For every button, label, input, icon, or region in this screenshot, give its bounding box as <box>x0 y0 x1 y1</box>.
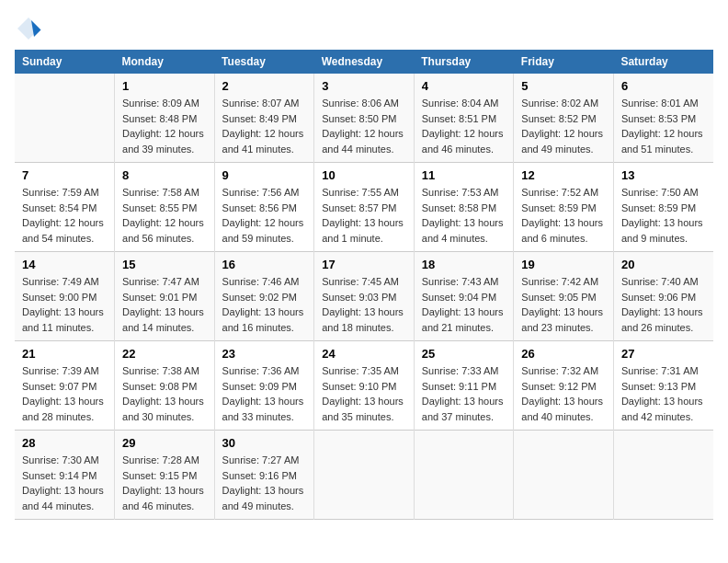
sunset-text: Sunset: 8:52 PM <box>521 111 606 127</box>
calendar-cell: 13 Sunrise: 7:50 AM Sunset: 8:59 PM Dayl… <box>613 163 713 252</box>
sunset-text: Sunset: 8:56 PM <box>222 201 307 216</box>
daylight-text: Daylight: 13 hours and 35 minutes. <box>322 394 406 424</box>
sunset-text: Sunset: 8:58 PM <box>422 201 506 216</box>
day-number: 3 <box>322 79 406 93</box>
daylight-text: Daylight: 12 hours and 49 minutes. <box>521 126 606 156</box>
calendar-cell: 28 Sunrise: 7:30 AM Sunset: 9:14 PM Dayl… <box>15 431 115 520</box>
daylight-text: Daylight: 13 hours and 18 minutes. <box>322 304 406 335</box>
sunrise-text: Sunrise: 7:36 AM <box>222 363 307 379</box>
calendar-cell: 17 Sunrise: 7:45 AM Sunset: 9:03 PM Dayl… <box>314 252 415 341</box>
sunset-text: Sunset: 8:59 PM <box>621 201 706 216</box>
calendar-cell: 29 Sunrise: 7:28 AM Sunset: 9:15 PM Dayl… <box>115 431 215 520</box>
day-number: 29 <box>122 436 207 450</box>
day-info: Sunrise: 7:36 AM Sunset: 9:09 PM Dayligh… <box>222 363 307 424</box>
sunrise-text: Sunrise: 7:50 AM <box>621 185 706 201</box>
daylight-text: Daylight: 12 hours and 46 minutes. <box>422 126 506 156</box>
calendar-cell: 11 Sunrise: 7:53 AM Sunset: 8:58 PM Dayl… <box>414 163 514 252</box>
day-info: Sunrise: 7:46 AM Sunset: 9:02 PM Dayligh… <box>222 274 307 335</box>
sunrise-text: Sunrise: 7:45 AM <box>322 274 406 290</box>
week-row: 14 Sunrise: 7:49 AM Sunset: 9:00 PM Dayl… <box>15 252 713 341</box>
day-number: 15 <box>122 258 207 271</box>
sunset-text: Sunset: 9:15 PM <box>122 468 207 484</box>
calendar-cell <box>613 431 713 520</box>
sunrise-text: Sunrise: 7:43 AM <box>422 274 506 290</box>
sunset-text: Sunset: 8:55 PM <box>122 201 207 216</box>
day-info: Sunrise: 7:56 AM Sunset: 8:56 PM Dayligh… <box>222 185 307 246</box>
calendar-cell <box>414 431 514 520</box>
sunrise-text: Sunrise: 7:52 AM <box>521 185 606 201</box>
sunrise-text: Sunrise: 7:31 AM <box>621 363 706 379</box>
sunrise-text: Sunrise: 7:59 AM <box>22 185 107 201</box>
calendar-cell: 7 Sunrise: 7:59 AM Sunset: 8:54 PM Dayli… <box>15 163 115 252</box>
day-info: Sunrise: 7:43 AM Sunset: 9:04 PM Dayligh… <box>422 274 506 335</box>
day-number: 2 <box>222 79 307 93</box>
daylight-text: Daylight: 13 hours and 14 minutes. <box>122 304 207 335</box>
logo-icon <box>15 15 42 42</box>
day-info: Sunrise: 8:06 AM Sunset: 8:50 PM Dayligh… <box>322 96 406 156</box>
daylight-text: Daylight: 12 hours and 59 minutes. <box>222 215 307 246</box>
day-info: Sunrise: 7:32 AM Sunset: 9:12 PM Dayligh… <box>521 363 606 424</box>
day-number: 14 <box>22 258 107 271</box>
daylight-text: Daylight: 13 hours and 9 minutes. <box>621 215 706 246</box>
sunset-text: Sunset: 8:50 PM <box>322 111 406 127</box>
calendar-cell: 27 Sunrise: 7:31 AM Sunset: 9:13 PM Dayl… <box>613 341 713 431</box>
day-number: 25 <box>422 347 506 361</box>
day-info: Sunrise: 7:50 AM Sunset: 8:59 PM Dayligh… <box>621 185 706 246</box>
calendar-cell: 23 Sunrise: 7:36 AM Sunset: 9:09 PM Dayl… <box>214 341 314 431</box>
sunset-text: Sunset: 9:01 PM <box>122 290 207 305</box>
day-number: 20 <box>621 258 706 271</box>
sunset-text: Sunset: 9:13 PM <box>621 379 706 395</box>
page-header <box>15 15 713 42</box>
column-header-sunday: Sunday <box>15 50 115 74</box>
daylight-text: Daylight: 12 hours and 44 minutes. <box>322 126 406 156</box>
daylight-text: Daylight: 13 hours and 26 minutes. <box>621 304 706 335</box>
sunrise-text: Sunrise: 7:27 AM <box>222 453 307 468</box>
day-number: 9 <box>222 168 307 182</box>
sunrise-text: Sunrise: 8:01 AM <box>621 96 706 111</box>
sunrise-text: Sunrise: 7:46 AM <box>222 274 307 290</box>
column-header-monday: Monday <box>115 50 215 74</box>
daylight-text: Daylight: 13 hours and 28 minutes. <box>22 394 107 424</box>
day-info: Sunrise: 7:39 AM Sunset: 9:07 PM Dayligh… <box>22 363 107 424</box>
daylight-text: Daylight: 13 hours and 6 minutes. <box>521 215 606 246</box>
sunrise-text: Sunrise: 7:55 AM <box>322 185 406 201</box>
week-row: 1 Sunrise: 8:09 AM Sunset: 8:48 PM Dayli… <box>15 74 713 163</box>
sunset-text: Sunset: 9:10 PM <box>322 379 406 395</box>
column-header-tuesday: Tuesday <box>214 50 314 74</box>
day-number: 30 <box>222 436 307 450</box>
calendar-cell: 26 Sunrise: 7:32 AM Sunset: 9:12 PM Dayl… <box>514 341 614 431</box>
daylight-text: Daylight: 13 hours and 46 minutes. <box>122 483 207 513</box>
day-number: 12 <box>521 168 606 182</box>
sunrise-text: Sunrise: 7:47 AM <box>122 274 207 290</box>
day-info: Sunrise: 7:53 AM Sunset: 8:58 PM Dayligh… <box>422 185 506 246</box>
day-number: 11 <box>422 168 506 182</box>
sunset-text: Sunset: 8:48 PM <box>122 111 207 127</box>
sunset-text: Sunset: 9:02 PM <box>222 290 307 305</box>
sunset-text: Sunset: 8:54 PM <box>22 201 107 216</box>
daylight-text: Daylight: 12 hours and 54 minutes. <box>22 215 107 246</box>
sunrise-text: Sunrise: 7:58 AM <box>122 185 207 201</box>
day-number: 1 <box>122 79 207 93</box>
calendar-cell: 9 Sunrise: 7:56 AM Sunset: 8:56 PM Dayli… <box>214 163 314 252</box>
day-number: 4 <box>422 79 506 93</box>
sunset-text: Sunset: 9:00 PM <box>22 290 107 305</box>
daylight-text: Daylight: 13 hours and 44 minutes. <box>22 483 107 513</box>
calendar-cell: 1 Sunrise: 8:09 AM Sunset: 8:48 PM Dayli… <box>115 74 215 163</box>
column-header-friday: Friday <box>514 50 614 74</box>
sunrise-text: Sunrise: 7:35 AM <box>322 363 406 379</box>
sunset-text: Sunset: 9:14 PM <box>22 468 107 484</box>
day-info: Sunrise: 7:52 AM Sunset: 8:59 PM Dayligh… <box>521 185 606 246</box>
week-row: 28 Sunrise: 7:30 AM Sunset: 9:14 PM Dayl… <box>15 431 713 520</box>
sunrise-text: Sunrise: 8:04 AM <box>422 96 506 111</box>
calendar-cell: 21 Sunrise: 7:39 AM Sunset: 9:07 PM Dayl… <box>15 341 115 431</box>
calendar-cell: 19 Sunrise: 7:42 AM Sunset: 9:05 PM Dayl… <box>514 252 614 341</box>
day-info: Sunrise: 7:33 AM Sunset: 9:11 PM Dayligh… <box>422 363 506 424</box>
sunrise-text: Sunrise: 8:09 AM <box>122 96 207 111</box>
day-info: Sunrise: 7:35 AM Sunset: 9:10 PM Dayligh… <box>322 363 406 424</box>
sunrise-text: Sunrise: 7:33 AM <box>422 363 506 379</box>
sunrise-text: Sunrise: 7:39 AM <box>22 363 107 379</box>
day-number: 16 <box>222 258 307 271</box>
calendar-cell: 8 Sunrise: 7:58 AM Sunset: 8:55 PM Dayli… <box>115 163 215 252</box>
day-number: 7 <box>22 168 107 182</box>
daylight-text: Daylight: 13 hours and 16 minutes. <box>222 304 307 335</box>
